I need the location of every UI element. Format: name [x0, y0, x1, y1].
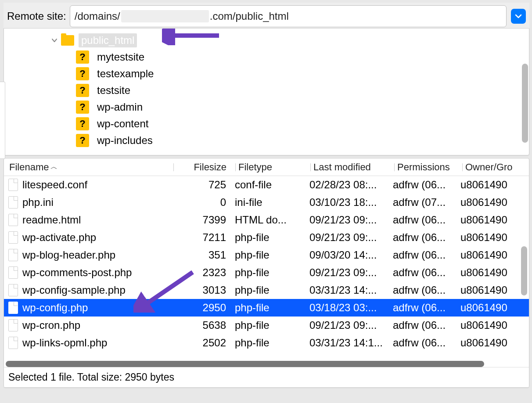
file-icon: [8, 266, 18, 279]
file-owner: u8061490: [460, 284, 526, 296]
file-name-cell: wp-blog-header.php: [7, 249, 173, 261]
file-permissions: adfrw (06...: [393, 249, 460, 261]
file-modified: 03/10/23 18:...: [309, 196, 393, 209]
path-prefix: /domains/: [75, 10, 120, 22]
unknown-folder-icon: ?: [76, 101, 89, 114]
file-type: php-file: [235, 231, 309, 244]
file-row[interactable]: wp-blog-header.php351php-file09/03/20 14…: [4, 246, 529, 264]
file-list-panel: Filename ︿ Filesize Filetype Last modifi…: [4, 158, 529, 388]
file-row[interactable]: php.ini0ini-file03/10/23 18:...adfrw (07…: [4, 194, 529, 211]
tree-expand-toggle[interactable]: [48, 34, 61, 47]
file-name-cell: litespeed.conf: [7, 179, 173, 191]
tree-item-label: wp-includes: [94, 133, 155, 148]
file-icon: [8, 179, 18, 191]
remote-site-label: Remote site:: [7, 10, 66, 22]
file-owner: u8061490: [460, 214, 526, 226]
file-owner: u8061490: [460, 249, 526, 261]
file-name: wp-activate.php: [22, 231, 96, 244]
col-permissions-label: Permissions: [397, 162, 450, 173]
file-row[interactable]: wp-config-sample.php3013php-file03/31/23…: [4, 281, 529, 299]
file-permissions: adfrw (06...: [393, 231, 460, 244]
file-modified: 09/03/20 14:...: [309, 249, 393, 261]
directory-tree-panel[interactable]: public_html ?mytestsite?testexample?test…: [4, 28, 529, 155]
tree-item-label: wp-content: [94, 117, 151, 131]
file-name: wp-cron.php: [22, 319, 80, 331]
adjacent-panel-edge: [0, 82, 5, 159]
file-modified: 09/21/23 09:...: [309, 231, 393, 244]
file-row[interactable]: readme.html7399HTML do...09/21/23 09:...…: [4, 211, 529, 229]
file-size: 351: [173, 249, 235, 261]
file-row[interactable]: wp-config.php2950php-file03/18/23 03:...…: [4, 299, 529, 317]
unknown-folder-icon: ?: [76, 84, 89, 97]
file-icon: [8, 319, 18, 331]
file-type: ini-file: [235, 196, 309, 209]
file-owner: u8061490: [460, 196, 526, 209]
file-row[interactable]: wp-cron.php5638php-file09/21/23 09:...ad…: [4, 317, 529, 334]
file-modified: 02/28/23 08:...: [309, 179, 393, 191]
tree-item[interactable]: ?wp-admin: [76, 99, 529, 115]
file-row[interactable]: wp-comments-post.php2323php-file09/21/23…: [4, 264, 529, 281]
tree-item[interactable]: ?wp-content: [76, 115, 529, 132]
col-last-modified[interactable]: Last modified: [311, 162, 394, 173]
file-modified: 03/31/23 14:1...: [309, 337, 393, 349]
file-name-cell: readme.html: [7, 214, 173, 226]
file-size: 725: [173, 179, 235, 191]
tree-root-label[interactable]: public_html: [79, 33, 137, 47]
unknown-folder-icon: ?: [76, 67, 89, 80]
file-icon: [8, 337, 18, 349]
col-permissions[interactable]: Permissions: [395, 162, 462, 173]
file-type: php-file: [235, 249, 309, 261]
remote-path-input[interactable]: /domains/.com/public_html: [70, 5, 507, 27]
file-modified: 03/31/23 14:...: [309, 284, 393, 296]
tree-item[interactable]: ?wp-includes: [76, 132, 529, 149]
file-modified: 09/21/23 09:...: [309, 266, 393, 279]
col-filename[interactable]: Filename ︿: [7, 162, 173, 173]
unknown-folder-icon: ?: [76, 50, 89, 64]
col-filesize-label: Filesize: [194, 162, 226, 173]
file-permissions: adfrw (07...: [393, 196, 460, 209]
tree-root-row[interactable]: public_html: [61, 32, 529, 49]
horizontal-scrollbar[interactable]: [6, 361, 526, 367]
file-rows[interactable]: litespeed.conf725conf-file02/28/23 08:..…: [4, 176, 529, 367]
file-list-header: Filename ︿ Filesize Filetype Last modifi…: [4, 158, 529, 176]
file-modified: 09/21/23 09:...: [309, 214, 393, 226]
col-owner-group[interactable]: Owner/Gro: [463, 162, 528, 173]
file-owner: u8061490: [460, 302, 526, 314]
col-owner-group-label: Owner/Gro: [465, 162, 513, 173]
file-type: php-file: [235, 284, 309, 296]
path-dropdown-button[interactable]: [511, 9, 526, 24]
file-scrollbar[interactable]: [521, 246, 527, 295]
tree-item-label: testexample: [94, 67, 156, 81]
col-filetype[interactable]: Filetype: [236, 162, 310, 173]
file-row[interactable]: litespeed.conf725conf-file02/28/23 08:..…: [4, 176, 529, 194]
file-row[interactable]: wp-activate.php7211php-file09/21/23 09:.…: [4, 229, 529, 246]
file-owner: u8061490: [460, 319, 526, 331]
file-row[interactable]: wp-links-opml.php2502php-file03/31/23 14…: [4, 334, 529, 352]
file-permissions: adfrw (06...: [393, 266, 460, 279]
file-name: wp-comments-post.php: [22, 266, 132, 279]
file-type: conf-file: [235, 179, 309, 191]
file-icon: [8, 284, 18, 296]
tree-item[interactable]: ?testexample: [76, 65, 529, 82]
scrollbar-thumb[interactable]: [6, 361, 484, 367]
file-owner: u8061490: [460, 179, 526, 191]
tree-scrollbar[interactable]: [522, 64, 528, 143]
file-owner: u8061490: [460, 337, 526, 349]
col-filetype-label: Filetype: [238, 162, 272, 173]
file-name: readme.html: [22, 214, 81, 226]
status-bar: Selected 1 file. Total size: 2950 bytes: [4, 367, 529, 387]
file-type: php-file: [235, 337, 309, 349]
file-permissions: adfrw (06...: [393, 284, 460, 296]
file-size: 2950: [173, 302, 235, 314]
file-name: litespeed.conf: [22, 179, 87, 191]
file-name: wp-config-sample.php: [22, 284, 126, 296]
file-permissions: adfrw (06...: [393, 214, 460, 226]
file-size: 5638: [173, 319, 235, 331]
file-name-cell: wp-links-opml.php: [7, 337, 173, 349]
col-filesize[interactable]: Filesize: [174, 162, 235, 173]
file-owner: u8061490: [460, 231, 526, 244]
tree-item[interactable]: ?mytestsite: [76, 49, 529, 65]
file-type: php-file: [235, 319, 309, 331]
tree-item[interactable]: ?testsite: [76, 82, 529, 99]
tree-item-label: mytestsite: [94, 50, 147, 64]
